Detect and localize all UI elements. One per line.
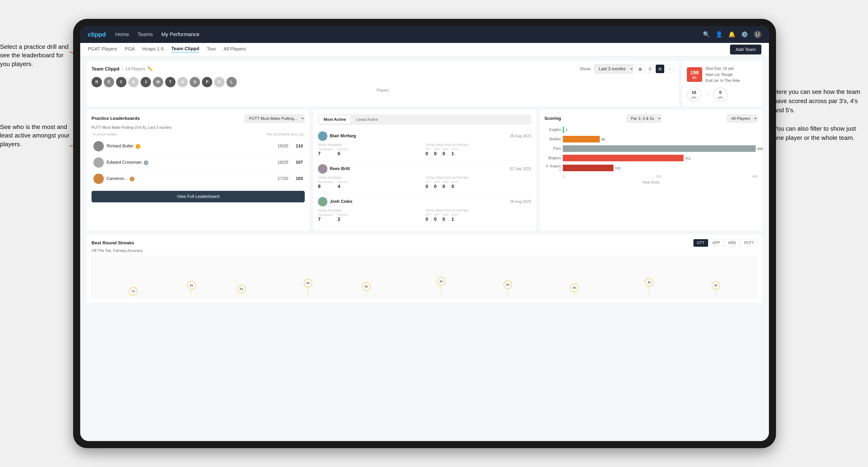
nav-my-performance[interactable]: My Performance	[161, 31, 199, 37]
streak-line	[308, 287, 308, 295]
player-avg: 110	[296, 144, 303, 149]
player-score: 19/20	[278, 144, 288, 149]
avatar-icon[interactable]: U	[754, 31, 762, 38]
bell-icon[interactable]: 🔔	[728, 31, 736, 38]
table-row: Richard Butler 1 19/20 110	[92, 138, 305, 154]
streak-dot: 3x	[645, 278, 653, 286]
most-active-tab[interactable]: Most Active	[319, 115, 351, 124]
drill-select[interactable]: PUTT Must Make Putting...	[245, 115, 305, 123]
bar-eagles	[563, 126, 564, 133]
player-avatar[interactable]: D	[214, 77, 224, 87]
sub-nav-hcaps[interactable]: Hcaps 1-5	[142, 46, 164, 53]
player-score: 17/20	[278, 176, 288, 181]
team-name: Team Clippd	[92, 66, 120, 72]
player-avatar[interactable]: P	[202, 77, 212, 87]
player-avatar[interactable]: E	[104, 77, 114, 87]
player-avatar[interactable]: L	[226, 77, 237, 87]
player-name: Rees Britt	[330, 166, 507, 171]
search-icon[interactable]: 🔍	[703, 31, 710, 38]
player-avatar[interactable]: M	[153, 77, 163, 87]
streak-dot: 4x	[570, 283, 579, 292]
streak-line	[366, 291, 367, 295]
streaks-subtitle: Off The Tee, Fairway Accuracy	[92, 249, 757, 253]
activity-date: 26 Aug 2023	[510, 134, 531, 138]
activity-player-header: Josh Coles 26 Aug 2023	[318, 197, 531, 206]
player-avatar	[93, 174, 104, 184]
bar-double-bogeys	[563, 165, 614, 171]
add-team-button[interactable]: Add Team	[730, 44, 762, 55]
period-select[interactable]: Last 3 months	[594, 64, 633, 73]
filter-putt[interactable]: PUTT	[741, 239, 757, 247]
bar-bogeys	[563, 155, 684, 161]
settings-icon[interactable]: ⚙️	[741, 31, 748, 38]
nav-home[interactable]: Home	[115, 31, 129, 37]
leaderboard-header-row: Practice Leaderboards PUTT Must Make Put…	[92, 115, 305, 123]
sub-nav-pgat[interactable]: PGAT Players	[88, 46, 117, 53]
shot-number: 198 SC	[687, 67, 702, 82]
activity-row: Josh Coles 26 Aug 2023 Total Rounds Tour…	[318, 193, 531, 226]
team-count: 14 Players	[125, 66, 145, 71]
player-avatar[interactable]: C	[116, 77, 126, 87]
annotation-bottom-left: See who is the most and least active amo…	[0, 123, 69, 148]
filter-app[interactable]: APP	[709, 239, 724, 247]
list-view-btn[interactable]: ☰	[646, 65, 654, 73]
player-avatar[interactable]: S	[190, 77, 200, 87]
scoring-title: Scoring	[545, 116, 561, 121]
view-full-leaderboard-button[interactable]: View Full Leaderboard	[92, 191, 305, 203]
player-name: Cameron...	[106, 176, 128, 181]
sub-nav-team-clippd[interactable]: Team Clippd	[171, 46, 199, 53]
activity-player-header: Rees Britt 02 Sep 2023	[318, 164, 531, 174]
streak-dot: 5x	[304, 279, 312, 287]
chart-row-birdies: Birdies 96	[545, 136, 757, 143]
sub-nav: PGAT Players PGA Hcaps 1-5 Team Clippd T…	[80, 43, 769, 56]
people-icon[interactable]: 👤	[716, 31, 723, 38]
rank-badge: 1	[135, 144, 140, 149]
team-header-card: Team Clippd | 14 Players ✏️ Show: Last 3…	[87, 61, 679, 106]
total-rounds-section: Total Rounds Tournament8 Practice4	[318, 176, 424, 189]
filter-ott[interactable]: OTT	[693, 239, 708, 247]
activity-row: Rees Britt 02 Sep 2023 Total Rounds Tour…	[318, 160, 531, 193]
player-avatar[interactable]: T	[165, 77, 176, 87]
player-avatar[interactable]: B	[128, 77, 139, 87]
total-rounds-section: Total Rounds Tournament7 Practice2	[318, 209, 424, 222]
nav-teams[interactable]: Teams	[137, 31, 153, 37]
player-avatar[interactable]: J	[141, 77, 151, 87]
player-avg: 107	[296, 160, 303, 165]
sub-nav-tour[interactable]: Tour	[207, 46, 216, 53]
shot-info-card: 198 SC Shot Dist: 16 yds Start Lie: Roug…	[682, 61, 762, 106]
player-avatar[interactable]: A	[177, 77, 188, 87]
sub-nav-pga[interactable]: PGA	[125, 46, 135, 53]
player-name: Josh Coles	[330, 199, 507, 204]
activity-player-header: Blair McHarg 26 Aug 2023	[318, 131, 531, 141]
player-name: Edward Crossman	[106, 160, 142, 165]
player-info: Edward Crossman 2	[106, 160, 275, 165]
player-filter-select[interactable]: All Players	[727, 115, 757, 123]
player-info: Richard Butler 1	[106, 144, 275, 149]
player-name: Blair McHarg	[330, 133, 507, 138]
chart-row-double-bogeys: D. Bogeys + 131	[545, 164, 757, 172]
player-avatar[interactable]: R	[92, 77, 102, 87]
player-score: 18/20	[278, 160, 288, 165]
sort-btn[interactable]: ↕	[665, 65, 674, 73]
scoring-chart: Eagles 3 Birdies 96	[545, 126, 757, 184]
rank-badge: 3	[130, 177, 134, 181]
yds-left: 16 yds	[687, 88, 701, 102]
player-avatar	[93, 157, 104, 168]
detail-view-btn[interactable]: ⊞	[656, 65, 664, 73]
grid-view-btn[interactable]: ▦	[636, 65, 644, 73]
annotation-top-left: Select a practice drill and see the lead…	[0, 42, 69, 68]
least-active-tab[interactable]: Least Active	[352, 115, 383, 124]
edit-icon[interactable]: ✏️	[148, 66, 153, 71]
par-filter-select[interactable]: Par 3, 4 & 5s	[626, 115, 661, 123]
streak-dot: 7x	[129, 287, 137, 295]
streak-dot: 5x	[362, 282, 371, 291]
player-avatar	[318, 164, 328, 174]
chart-x-axis: 0 200 400	[545, 175, 757, 178]
sub-nav-all-players[interactable]: All Players	[224, 46, 246, 53]
practice-leaderboard-card: Practice Leaderboards PUTT Must Make Put…	[87, 110, 309, 231]
yds-circles: 16 yds → 0 yds	[687, 88, 727, 102]
rank-badge: 2	[144, 160, 148, 165]
filter-arg[interactable]: ARG	[724, 239, 740, 247]
tablet-screen: clippd Home Teams My Performance 🔍 👤 🔔 ⚙…	[80, 26, 769, 441]
leaderboard-cols: PLAYER NAME PB SCORE PB AVG SQ	[92, 132, 305, 136]
